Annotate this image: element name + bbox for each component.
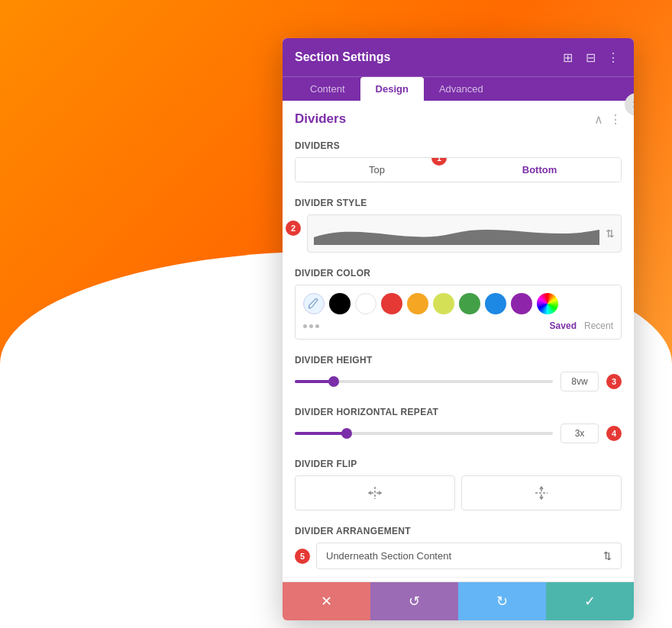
color-swatches bbox=[303, 293, 613, 314]
panel-body: Dividers ∧ ⋮ Dividers 1 Top Bottom Divid… bbox=[283, 101, 634, 581]
divider-height-value[interactable]: 8vw bbox=[561, 372, 599, 391]
dividers-toggle-group: 1 Top Bottom bbox=[295, 157, 622, 182]
select-arrow: ⇅ bbox=[606, 227, 615, 240]
color-footer-links: Saved Recent bbox=[550, 320, 613, 331]
arrangement-wrapper: 5 Underneath Section Content ⇅ bbox=[295, 543, 622, 569]
confirm-icon: ✓ bbox=[584, 593, 596, 610]
divider-arrangement-label: Divider Arrangement bbox=[295, 526, 622, 536]
eyedropper-swatch[interactable] bbox=[303, 293, 325, 314]
settings-panel: Section Settings ⊞ ⊟ ⋮ Content Design Ad… bbox=[283, 38, 634, 620]
divider-flip-field: Divider Flip bbox=[283, 451, 634, 518]
flip-group bbox=[295, 475, 622, 510]
panel-header: Section Settings ⊞ ⊟ ⋮ bbox=[283, 38, 634, 76]
color-picker: Saved Recent bbox=[295, 285, 622, 340]
divider-color-field: Divider Color bbox=[283, 260, 634, 347]
wave-preview bbox=[314, 218, 599, 249]
collapse-icon[interactable]: ∧ bbox=[594, 112, 603, 127]
reset-button[interactable]: ↺ bbox=[370, 582, 458, 620]
divider-style-field: Divider Style 2 ⇅ bbox=[283, 190, 634, 260]
divider-style-select[interactable]: ⇅ bbox=[307, 214, 622, 253]
divider-height-slider-wrapper: 8vw 3 bbox=[295, 372, 622, 391]
color-purple[interactable] bbox=[511, 293, 532, 314]
badge-5: 5 bbox=[295, 549, 310, 564]
divider-height-thumb[interactable] bbox=[328, 376, 339, 387]
wave-svg bbox=[314, 222, 599, 245]
color-green[interactable] bbox=[459, 293, 480, 314]
divider-repeat-thumb[interactable] bbox=[341, 428, 352, 439]
arrangement-value: Underneath Section Content bbox=[326, 550, 451, 562]
color-white[interactable] bbox=[355, 293, 376, 314]
panel-title: Section Settings bbox=[295, 50, 390, 64]
color-orange[interactable] bbox=[407, 293, 428, 314]
section-more-icon[interactable]: ⋮ bbox=[609, 112, 622, 127]
cancel-button[interactable]: ✕ bbox=[283, 582, 370, 620]
flip-vertical-btn[interactable] bbox=[461, 475, 622, 510]
dot-2 bbox=[309, 324, 313, 328]
reset-icon: ↺ bbox=[409, 593, 420, 610]
recent-link[interactable]: Recent bbox=[584, 320, 613, 331]
divider-style-label: Divider Style bbox=[295, 198, 622, 208]
color-rainbow[interactable] bbox=[537, 293, 558, 314]
color-black[interactable] bbox=[329, 293, 351, 314]
tab-advanced[interactable]: Advanced bbox=[424, 77, 499, 101]
divider-flip-label: Divider Flip bbox=[295, 459, 622, 469]
columns-icon[interactable]: ⊟ bbox=[582, 49, 599, 66]
divider-color-label: Divider Color bbox=[295, 268, 622, 279]
divider-repeat-field: Divider Horizontal Repeat 3x 4 bbox=[283, 399, 634, 451]
redo-icon: ↻ bbox=[496, 593, 508, 610]
divider-height-field: Divider Height 8vw 3 bbox=[283, 347, 634, 399]
svg-point-0 bbox=[309, 308, 311, 309]
color-yellow[interactable] bbox=[433, 293, 454, 314]
dot-3 bbox=[315, 324, 319, 328]
flip-horizontal-btn[interactable] bbox=[295, 475, 455, 510]
saved-link[interactable]: Saved bbox=[550, 320, 577, 331]
color-dots bbox=[303, 324, 319, 328]
panel-tabs: Content Design Advanced bbox=[283, 76, 634, 101]
tab-content[interactable]: Content bbox=[295, 77, 360, 101]
dividers-title: Dividers bbox=[295, 111, 346, 127]
section-header-controls: ∧ ⋮ bbox=[594, 112, 622, 127]
arrangement-select[interactable]: Underneath Section Content ⇅ bbox=[316, 543, 622, 569]
divider-height-track[interactable] bbox=[295, 380, 553, 383]
tab-design[interactable]: Design bbox=[360, 77, 424, 101]
badge-4: 4 bbox=[606, 426, 622, 441]
panel-footer: ✕ ↺ ↻ ✓ bbox=[283, 581, 634, 620]
arrangement-arrow: ⇅ bbox=[603, 550, 612, 562]
dot-1 bbox=[303, 324, 307, 328]
divider-repeat-label: Divider Horizontal Repeat bbox=[295, 407, 622, 417]
badge-3: 3 bbox=[606, 374, 622, 389]
divider-repeat-value[interactable]: 3x bbox=[561, 423, 599, 443]
color-red[interactable] bbox=[381, 293, 402, 314]
divider-repeat-slider-wrapper: 3x 4 bbox=[295, 423, 622, 443]
color-blue[interactable] bbox=[485, 293, 506, 314]
settings-panel-wrapper: Section Settings ⊞ ⊟ ⋮ Content Design Ad… bbox=[283, 38, 634, 620]
panel-header-icons: ⊞ ⊟ ⋮ bbox=[559, 49, 622, 66]
expand-icon[interactable]: ⊞ bbox=[559, 49, 576, 66]
more-icon[interactable]: ⋮ bbox=[605, 49, 622, 66]
badge-2: 2 bbox=[286, 221, 301, 236]
dividers-label: Dividers bbox=[295, 140, 622, 151]
dividers-field: Dividers 1 Top Bottom bbox=[283, 133, 634, 190]
dividers-section-header: Dividers ∧ ⋮ bbox=[283, 101, 634, 133]
redo-button[interactable]: ↻ bbox=[458, 582, 546, 620]
divider-repeat-fill bbox=[295, 432, 347, 435]
divider-arrangement-field: Divider Arrangement 5 Underneath Section… bbox=[283, 518, 634, 577]
divider-repeat-track[interactable] bbox=[295, 432, 553, 435]
cancel-icon: ✕ bbox=[321, 593, 332, 610]
toggle-bottom[interactable]: Bottom bbox=[458, 158, 621, 182]
confirm-button[interactable]: ✓ bbox=[546, 582, 634, 620]
color-picker-footer: Saved Recent bbox=[303, 320, 613, 331]
divider-height-label: Divider Height bbox=[295, 355, 622, 366]
